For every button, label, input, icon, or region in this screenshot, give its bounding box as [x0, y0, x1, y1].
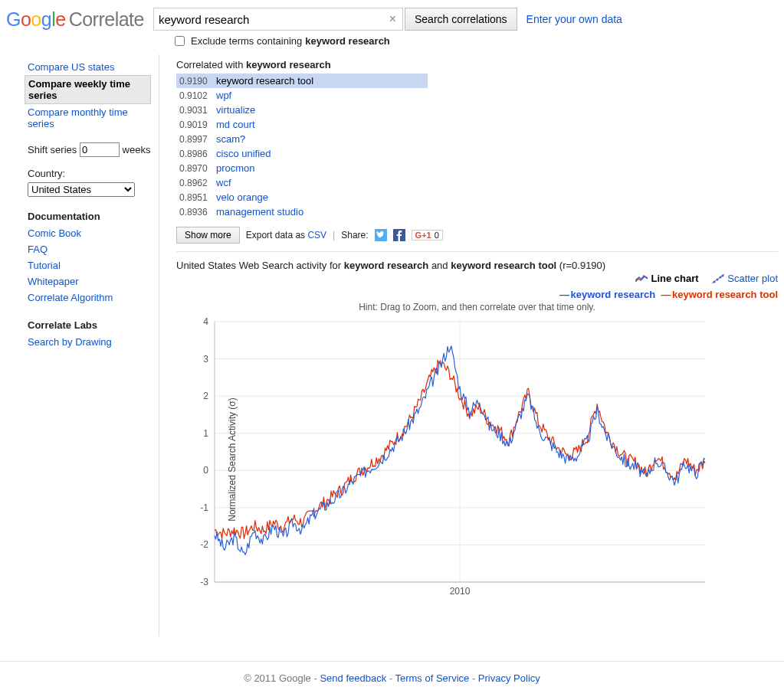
result-row[interactable]: 0.8936management studio [176, 204, 428, 219]
result-row[interactable]: 0.8970procmon [176, 161, 428, 175]
result-row[interactable]: 0.9102wpf [176, 88, 428, 103]
svg-point-3 [713, 280, 716, 283]
terms-link[interactable]: Terms of Service [395, 672, 469, 684]
svg-point-4 [717, 278, 719, 280]
result-row[interactable]: 0.9019md court [176, 117, 428, 132]
show-more-button[interactable]: Show more [176, 227, 240, 244]
svg-text:1: 1 [203, 427, 208, 438]
shift-label-post: weeks [123, 144, 151, 155]
result-coef: 0.8962 [179, 178, 216, 188]
result-term[interactable]: management studio [216, 206, 303, 218]
header: Google Correlate × Search correlations E… [0, 0, 784, 34]
svg-text:3: 3 [203, 353, 208, 364]
twitter-icon[interactable] [375, 229, 387, 241]
chart-hint: Hint: Drag to Zoom, and then correlate o… [176, 302, 778, 312]
shift-series-input[interactable] [80, 142, 120, 157]
line-chart[interactable]: Normalized Search Activity (σ) -3-2-1012… [176, 314, 713, 605]
scatter-plot-icon [712, 274, 724, 283]
sidebar-nav-1[interactable]: Compare weekly time series [25, 75, 151, 104]
result-term[interactable]: velo orange [216, 191, 268, 203]
result-coef: 0.8970 [179, 163, 216, 174]
doc-link-4[interactable]: Correlate Algorithm [28, 289, 151, 306]
facebook-icon[interactable] [393, 229, 405, 241]
labs-heading: Correlate Labs [28, 319, 151, 331]
search-input[interactable] [154, 13, 383, 26]
enter-own-data-link[interactable]: Enter your own data [526, 13, 622, 25]
sidebar-nav-0[interactable]: Compare US states [28, 59, 151, 75]
google-correlate-logo: Google Correlate [6, 8, 144, 31]
exclude-term: keyword research [305, 35, 390, 47]
send-feedback-link[interactable]: Send feedback [320, 672, 386, 684]
labs-link-0[interactable]: Search by Drawing [28, 334, 151, 350]
line-chart-icon [635, 274, 648, 283]
result-row[interactable]: 0.8962wcf [176, 175, 428, 190]
svg-text:-3: -3 [200, 577, 208, 587]
svg-text:-2: -2 [200, 539, 208, 550]
tab-scatter-plot[interactable]: Scatter plot [712, 273, 778, 284]
country-label: Country: [28, 168, 65, 179]
result-coef: 0.8936 [179, 207, 216, 218]
result-row[interactable]: 0.8951velo orange [176, 190, 428, 204]
results-list: 0.9190keyword research tool0.9102wpf0.90… [176, 74, 428, 219]
sidebar: Compare US statesCompare weekly time ser… [6, 54, 159, 636]
result-term[interactable]: scam? [216, 133, 245, 145]
sidebar-nav-2[interactable]: Compare monthly time series [28, 104, 151, 132]
result-row[interactable]: 0.8986cisco unified [176, 146, 428, 161]
exclude-label-pre: Exclude terms containing [191, 35, 302, 47]
chart-legend: — keyword research — keyword research to… [176, 289, 778, 300]
search-box[interactable]: × [153, 8, 403, 31]
export-csv-link[interactable]: CSV [307, 230, 326, 240]
result-row[interactable]: 0.8997scam? [176, 132, 428, 146]
svg-point-6 [722, 274, 724, 276]
results-heading: Correlated with keyword research [176, 59, 778, 70]
documentation-heading: Documentation [28, 211, 151, 222]
result-term[interactable]: wcf [216, 177, 231, 188]
result-term[interactable]: procmon [216, 162, 255, 174]
doc-link-0[interactable]: Comic Book [28, 225, 151, 241]
svg-text:0: 0 [203, 465, 208, 476]
result-term[interactable]: md court [216, 119, 255, 130]
doc-link-1[interactable]: FAQ [28, 241, 151, 257]
exclude-checkbox[interactable] [175, 36, 185, 46]
result-coef: 0.9190 [179, 76, 216, 87]
result-coef: 0.8997 [179, 134, 216, 145]
tab-line-chart[interactable]: Line chart [635, 273, 698, 284]
results-toolbar: Show more Export data as CSV | Share: G+… [176, 227, 778, 244]
clear-icon[interactable]: × [383, 12, 402, 26]
result-coef: 0.8951 [179, 192, 216, 203]
search-correlations-button[interactable]: Search correlations [405, 8, 517, 31]
result-row[interactable]: 0.9031virtualize [176, 103, 428, 117]
result-term[interactable]: keyword research tool [216, 75, 313, 87]
result-term[interactable]: wpf [216, 90, 231, 101]
result-coef: 0.9102 [179, 90, 216, 101]
chart-description: United States Web Search activity for ke… [176, 260, 778, 271]
svg-text:2010: 2010 [450, 586, 471, 597]
country-select[interactable]: United States [28, 182, 135, 197]
main: Correlated with keyword research 0.9190k… [159, 54, 778, 605]
svg-text:4: 4 [203, 316, 208, 327]
result-coef: 0.9019 [179, 119, 216, 130]
footer: © 2011 Google - Send feedback - Terms of… [0, 661, 784, 700]
exclude-row: Exclude terms containing keyword researc… [175, 34, 784, 54]
svg-text:2: 2 [203, 391, 208, 401]
share-label: Share: [341, 230, 368, 240]
privacy-link[interactable]: Privacy Policy [478, 672, 540, 684]
shift-label-pre: Shift series [28, 144, 77, 155]
google-plus-button[interactable]: G+10 [412, 230, 443, 240]
result-term[interactable]: virtualize [216, 104, 255, 116]
svg-point-5 [720, 276, 722, 278]
result-coef: 0.8986 [179, 149, 216, 159]
result-coef: 0.9031 [179, 105, 216, 116]
y-axis-label: Normalized Search Activity (σ) [227, 397, 238, 521]
svg-text:-1: -1 [200, 502, 208, 512]
doc-link-3[interactable]: Whitepaper [28, 273, 151, 289]
result-row[interactable]: 0.9190keyword research tool [176, 74, 428, 88]
export-label: Export data as [246, 230, 308, 240]
result-term[interactable]: cisco unified [216, 148, 271, 159]
doc-link-2[interactable]: Tutorial [28, 257, 151, 273]
